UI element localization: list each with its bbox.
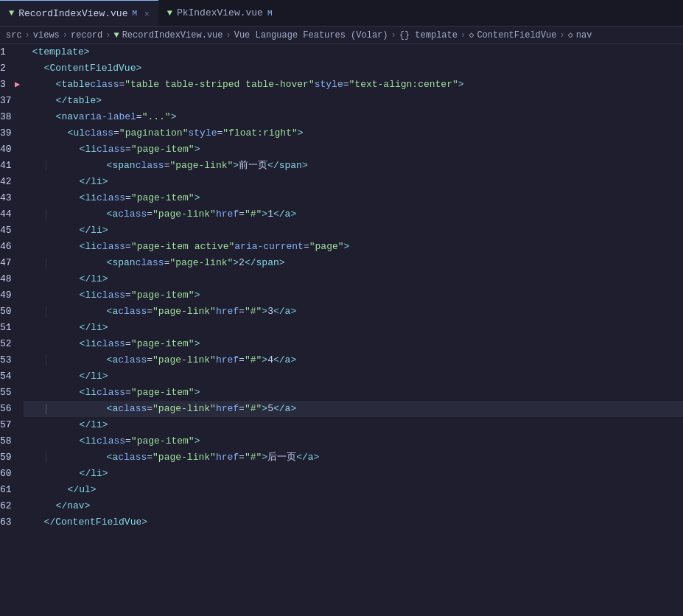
- arrow-44: [12, 206, 24, 223]
- arrows-column: ▶: [12, 44, 24, 616]
- arrow-39: [12, 125, 24, 141]
- line-num-60: 60: [0, 466, 12, 482]
- arrow-55: [12, 385, 24, 401]
- arrow-2: [12, 60, 24, 77]
- line-num-53: 53: [0, 352, 12, 368]
- arrow-40: [12, 141, 24, 158]
- code-line-37: </table>: [24, 93, 683, 109]
- arrow-53: [12, 352, 24, 368]
- code-area[interactable]: <template> <ContentFieldVue> <table clas…: [24, 44, 683, 616]
- code-line-2: <ContentFieldVue>: [24, 60, 683, 77]
- code-line-40: <li class="page-item">: [24, 141, 683, 158]
- code-line-39: <ul class="pagination" style="float:righ…: [24, 125, 683, 141]
- code-line-49: <li class="page-item">: [24, 287, 683, 304]
- breadcrumb-content-field: ContentFieldVue: [477, 30, 556, 41]
- arrow-37: [12, 93, 24, 109]
- arrow-62: [12, 498, 24, 514]
- breadcrumb-src: src: [6, 30, 22, 41]
- vue-icon-2: ▼: [167, 8, 172, 18]
- line-num-43: 43: [0, 190, 12, 206]
- arrow-59: [12, 449, 24, 466]
- arrow-49: [12, 287, 24, 304]
- code-line-46: <li class="page-item active" aria-curren…: [24, 239, 683, 255]
- line-num-38: 38: [0, 109, 12, 125]
- arrow-43: [12, 190, 24, 206]
- code-line-43: <li class="page-item">: [24, 190, 683, 206]
- code-line-55: <li class="page-item">: [24, 385, 683, 401]
- code-line-50: <a class="page-link" href="#">3</a>: [24, 304, 683, 320]
- arrow-48: [12, 271, 24, 287]
- tab-close-1[interactable]: ✕: [144, 9, 150, 18]
- arrow-41: [12, 158, 24, 174]
- line-num-62: 62: [0, 498, 12, 514]
- line-num-3: 3: [0, 77, 12, 93]
- code-line-57: </li>: [24, 417, 683, 433]
- breadcrumb-volar: Vue Language Features (Volar): [234, 30, 388, 41]
- line-num-58: 58: [0, 433, 12, 449]
- breadcrumb-vue-icon: ▼: [113, 30, 119, 41]
- breadcrumb-nav: nav: [576, 30, 592, 41]
- breadcrumb-views: views: [33, 30, 60, 41]
- line-num-54: 54: [0, 368, 12, 385]
- line-num-45: 45: [0, 223, 12, 239]
- code-line-44: <a class="page-link" href="#">1</a>: [24, 206, 683, 223]
- arrow-63: [12, 514, 24, 531]
- arrow-46: [12, 239, 24, 255]
- tab-label-2: PkIndexView.vue: [177, 7, 263, 18]
- line-num-52: 52: [0, 336, 12, 352]
- tab-modified-2: M: [267, 9, 273, 18]
- code-line-3: <table class="table table-striped table-…: [24, 77, 683, 93]
- arrow-47: [12, 255, 24, 271]
- code-line-51: </li>: [24, 320, 683, 336]
- arrow-61: [12, 482, 24, 498]
- line-num-44: 44: [0, 206, 12, 223]
- tab-label-1: RecordIndexView.vue: [18, 8, 127, 19]
- tab-pk-index[interactable]: ▼ PkIndexView.vue M: [158, 0, 281, 26]
- line-num-48: 48: [0, 271, 12, 287]
- line-num-2: 2: [0, 60, 12, 77]
- arrow-42: [12, 174, 24, 190]
- breadcrumb-component-icon: ◇: [469, 29, 474, 41]
- editor: 1 2 3 37 38 39 40 41 42 43 44 45 46 47 4…: [0, 44, 683, 616]
- line-num-40: 40: [0, 141, 12, 158]
- line-num-49: 49: [0, 287, 12, 304]
- line-num-61: 61: [0, 482, 12, 498]
- line-num-57: 57: [0, 417, 12, 433]
- arrow-60: [12, 466, 24, 482]
- code-line-1: <template>: [24, 44, 683, 60]
- line-num-50: 50: [0, 304, 12, 320]
- code-line-45: </li>: [24, 223, 683, 239]
- arrow-1: [12, 44, 24, 60]
- breadcrumb-nav-icon: ◇: [568, 29, 573, 41]
- tab-record-index[interactable]: ▼ RecordIndexView.vue M ✕: [0, 0, 158, 26]
- arrow-45: [12, 223, 24, 239]
- line-num-37: 37: [0, 93, 12, 109]
- arrow-57: [12, 417, 24, 433]
- code-line-63: </ContentFieldVue>: [24, 514, 683, 531]
- arrow-50: [12, 304, 24, 320]
- line-num-1: 1: [0, 44, 12, 60]
- arrow-58: [12, 433, 24, 449]
- arrow-3: ▶: [12, 77, 24, 93]
- code-line-48: </li>: [24, 271, 683, 287]
- line-numbers: 1 2 3 37 38 39 40 41 42 43 44 45 46 47 4…: [0, 44, 12, 616]
- code-line-60: </li>: [24, 466, 683, 482]
- code-line-62: </nav>: [24, 498, 683, 514]
- code-line-58: <li class="page-item">: [24, 433, 683, 449]
- code-line-42: </li>: [24, 174, 683, 190]
- line-num-59: 59: [0, 449, 12, 466]
- line-num-47: 47: [0, 255, 12, 271]
- code-line-61: </ul>: [24, 482, 683, 498]
- line-num-55: 55: [0, 385, 12, 401]
- code-line-59: <a class="page-link" href="#">后一页</a>: [24, 449, 683, 466]
- arrow-52: [12, 336, 24, 352]
- line-num-63: 63: [0, 514, 12, 531]
- breadcrumb-record: record: [71, 30, 102, 41]
- breadcrumb-file: RecordIndexView.vue: [122, 30, 223, 41]
- code-line-56: <a class="page-link" href="#">5</a>: [24, 401, 683, 417]
- code-line-54: </li>: [24, 368, 683, 385]
- arrow-38: [12, 109, 24, 125]
- code-line-41: <span class="page-link">前一页</span>: [24, 158, 683, 174]
- breadcrumb-template: {} template: [399, 30, 458, 41]
- code-line-53: <a class="page-link" href="#">4</a>: [24, 352, 683, 368]
